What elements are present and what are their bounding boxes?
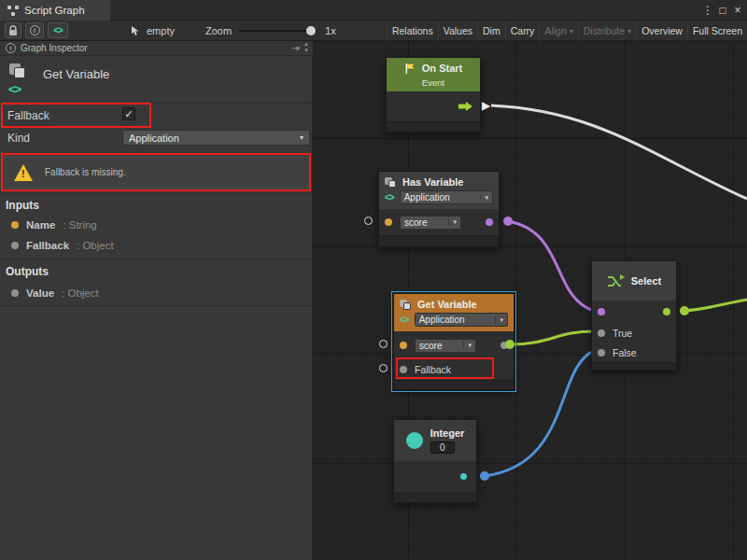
overview-button[interactable]: Overview: [636, 21, 687, 41]
script-graph-window: Script Graph ⋮ □ × i <> empty Zoom 1x Re…: [0, 0, 747, 560]
flow-arrow-icon: [458, 101, 473, 112]
zoom-slider-handle[interactable]: [306, 26, 316, 35]
chevron-down-icon: ▾: [495, 316, 503, 324]
integer-value-field[interactable]: 0: [430, 441, 455, 454]
getvariable-name-unconnected-port[interactable]: [379, 340, 388, 348]
values-button[interactable]: Values: [438, 21, 477, 41]
node-select[interactable]: Select True False: [591, 260, 677, 371]
chevron-down-icon: ▾: [627, 21, 631, 41]
warning-box: ! Fallback is missing.: [2, 156, 310, 189]
chevron-down-icon: ▾: [570, 21, 573, 41]
scroll-up-icon[interactable]: ▲: [303, 41, 309, 48]
bool-output-port[interactable]: [486, 218, 493, 226]
zoom-label: Zoom: [205, 25, 232, 36]
kind-value: Application: [129, 133, 179, 144]
tab-script-graph[interactable]: Script Graph: [0, 0, 110, 21]
select-icon: [607, 274, 625, 288]
node-get-variable[interactable]: Get Variable <> Application ▾ score ▾ Fa…: [393, 293, 514, 390]
graph-canvas[interactable]: [313, 41, 747, 560]
integer-output-dot[interactable]: [480, 471, 489, 481]
maximize-icon[interactable]: □: [715, 4, 730, 17]
code-icon[interactable]: <>: [48, 22, 68, 38]
titlebar: Script Graph ⋮ □ ×: [0, 0, 747, 21]
name-input-port[interactable]: [385, 218, 392, 226]
string-port-icon: [11, 221, 19, 229]
name-input-port[interactable]: [400, 342, 407, 349]
variable-name-dropdown[interactable]: score ▾: [400, 216, 461, 230]
kind-dropdown[interactable]: Application ▾: [122, 130, 310, 146]
inspector-header: i Graph Inspector ⇥ ▲ ▼: [0, 41, 313, 56]
condition-input-port[interactable]: [598, 308, 605, 315]
node-integer[interactable]: Integer 0: [393, 419, 477, 503]
break-off-icon[interactable]: ⇥: [292, 43, 300, 53]
onstart-flow-output-port[interactable]: ▶: [482, 100, 490, 111]
kind-dropdown[interactable]: Application ▾: [415, 313, 508, 327]
kind-label: Kind: [7, 132, 30, 145]
node-subtitle: Event: [422, 77, 444, 88]
fullscreen-button[interactable]: Full Screen: [687, 21, 747, 41]
false-port-label: False: [613, 347, 637, 358]
variables-icon: [9, 63, 28, 79]
inspector-scrollbar[interactable]: ▲ ▼: [301, 41, 312, 56]
object-port-icon: [11, 242, 19, 249]
align-button[interactable]: Align▾: [539, 21, 577, 41]
node-title: Integer: [430, 427, 465, 439]
close-icon[interactable]: ×: [730, 4, 745, 17]
variables-icon: [385, 177, 397, 188]
false-input-port[interactable]: [598, 349, 605, 357]
code-icon: <>: [400, 315, 409, 325]
integer-output-port[interactable]: [460, 473, 467, 480]
selection-indicator: empty: [131, 21, 175, 41]
carry-button[interactable]: Carry: [505, 21, 540, 41]
zoom-value: 1x: [325, 25, 336, 36]
zoom-control: Zoom 1x: [205, 21, 336, 41]
info-icon[interactable]: i: [25, 22, 44, 38]
variables-icon: [400, 300, 412, 310]
output-row-value: Value : Object: [0, 285, 313, 301]
hasvariable-output-dot[interactable]: [503, 217, 513, 226]
node-on-start[interactable]: On Start Event: [386, 57, 481, 133]
menu-icon[interactable]: ⋮: [700, 4, 715, 17]
outputs-header: Outputs: [6, 265, 49, 278]
flag-icon: [404, 63, 416, 75]
chevron-down-icon: ▾: [480, 194, 488, 202]
pointer-icon: [131, 25, 141, 36]
fallback-input-port[interactable]: [400, 366, 407, 373]
info-glyph: i: [30, 25, 40, 35]
lock-icon[interactable]: [5, 22, 21, 38]
true-port-label: True: [613, 328, 632, 339]
scroll-down-icon[interactable]: ▼: [303, 48, 309, 54]
toolbar-buttons: Relations Values Dim Carry Align▾ Distri…: [387, 21, 747, 41]
relations-button[interactable]: Relations: [387, 21, 438, 41]
selection-output-port[interactable]: [663, 308, 670, 315]
chevron-down-icon: ▾: [463, 342, 472, 349]
fallback-toggle-label: Fallback: [7, 109, 49, 122]
zoom-slider[interactable]: [239, 25, 317, 36]
getvariable-fallback-unconnected-port[interactable]: [379, 364, 388, 372]
code-glyph: <>: [53, 25, 63, 35]
kind-dropdown[interactable]: Application ▾: [400, 190, 493, 204]
check-icon: ✓: [124, 108, 133, 119]
inspector-header-label: Graph Inspector: [21, 43, 88, 53]
dim-button[interactable]: Dim: [477, 21, 505, 41]
chevron-down-icon: ▾: [300, 133, 303, 142]
variable-name-dropdown[interactable]: score ▾: [415, 339, 476, 353]
fallback-port-label: Fallback: [415, 364, 451, 375]
graph-toolbar: i <> empty Zoom 1x Relations Values Dim …: [0, 21, 747, 41]
warning-text: Fallback is missing.: [45, 167, 126, 177]
select-output-dot[interactable]: [680, 306, 689, 315]
inspected-unit-title: Get Variable: [43, 67, 109, 81]
distribute-button[interactable]: Distribute▾: [578, 21, 636, 41]
code-icon: <>: [8, 82, 21, 96]
getvariable-output-dot[interactable]: [505, 340, 514, 349]
node-title: Select: [631, 275, 661, 287]
hasvariable-unconnected-port[interactable]: [364, 217, 373, 225]
object-port-icon: [11, 289, 19, 297]
fallback-checkbox[interactable]: ✓: [122, 107, 135, 120]
inputs-header: Inputs: [6, 199, 39, 212]
true-input-port[interactable]: [598, 329, 605, 337]
tab-label: Script Graph: [24, 5, 85, 16]
script-graph-icon: [7, 6, 19, 16]
info-icon: i: [6, 43, 16, 53]
node-has-variable[interactable]: Has Variable <> Application ▾ score ▾: [378, 171, 500, 247]
